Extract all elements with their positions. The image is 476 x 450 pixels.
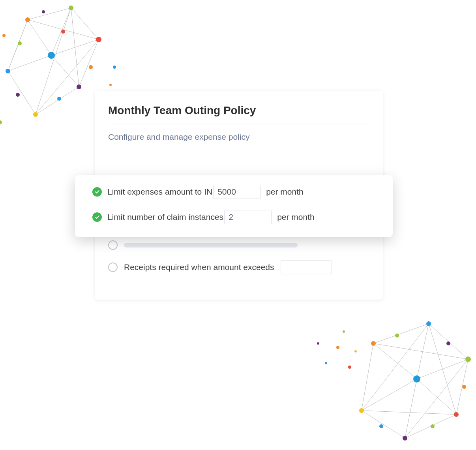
rule-limit-instances-prefix: Limit number of claim instances bbox=[107, 212, 223, 222]
svg-point-36 bbox=[354, 350, 357, 352]
svg-point-19 bbox=[371, 341, 376, 346]
svg-point-22 bbox=[454, 412, 459, 417]
check-icon bbox=[92, 187, 102, 197]
svg-point-7 bbox=[18, 41, 22, 45]
policy-rules-overlay: Limit expenses amount to IN per month Li… bbox=[75, 175, 393, 237]
rule-limit-instances: Limit number of claim instances per mont… bbox=[92, 210, 375, 224]
svg-point-8 bbox=[61, 30, 65, 34]
limit-instances-input[interactable] bbox=[224, 210, 272, 224]
policy-subtitle: Configure and manage expense policy bbox=[108, 132, 369, 142]
svg-point-1 bbox=[25, 17, 30, 22]
rule-limit-amount-prefix: Limit expenses amount to IN bbox=[107, 187, 212, 197]
svg-point-11 bbox=[57, 97, 61, 101]
svg-point-13 bbox=[42, 10, 45, 13]
svg-point-0 bbox=[6, 69, 10, 73]
svg-point-6 bbox=[48, 52, 55, 59]
policy-option-receipts[interactable]: Receipts required when amount exceeds bbox=[108, 260, 369, 274]
svg-point-30 bbox=[431, 424, 435, 428]
policy-option-placeholder-2[interactable] bbox=[108, 240, 369, 250]
rule-limit-amount-suffix: per month bbox=[266, 187, 304, 197]
svg-point-24 bbox=[359, 408, 364, 413]
svg-point-4 bbox=[77, 84, 81, 89]
network-decoration-bottom-right bbox=[294, 296, 476, 450]
check-icon bbox=[92, 212, 102, 222]
svg-point-21 bbox=[465, 356, 471, 362]
svg-point-20 bbox=[426, 321, 431, 326]
policy-title: Monthly Team Outing Policy bbox=[108, 104, 369, 117]
rule-limit-instances-suffix: per month bbox=[277, 212, 315, 222]
svg-point-12 bbox=[2, 34, 6, 37]
svg-point-34 bbox=[343, 330, 345, 333]
svg-point-15 bbox=[113, 66, 116, 69]
svg-point-10 bbox=[16, 93, 20, 97]
svg-point-25 bbox=[413, 375, 420, 382]
svg-point-32 bbox=[336, 346, 339, 349]
receipts-amount-input[interactable] bbox=[281, 260, 332, 274]
svg-point-26 bbox=[395, 334, 399, 338]
rule-limit-amount: Limit expenses amount to IN per month bbox=[92, 185, 375, 199]
radio-icon bbox=[108, 262, 118, 272]
svg-point-23 bbox=[403, 436, 407, 441]
svg-point-3 bbox=[96, 37, 101, 42]
svg-point-29 bbox=[379, 424, 383, 428]
radio-icon bbox=[108, 240, 118, 250]
divider bbox=[108, 124, 369, 124]
svg-point-5 bbox=[33, 112, 38, 117]
placeholder-text bbox=[124, 243, 298, 248]
svg-point-31 bbox=[348, 366, 351, 369]
receipts-label: Receipts required when amount exceeds bbox=[124, 262, 274, 272]
limit-amount-input[interactable] bbox=[213, 185, 260, 199]
svg-point-16 bbox=[109, 84, 112, 86]
svg-point-33 bbox=[325, 362, 327, 364]
svg-point-27 bbox=[446, 341, 450, 345]
svg-point-28 bbox=[462, 385, 466, 389]
svg-point-2 bbox=[69, 6, 73, 10]
svg-point-14 bbox=[0, 120, 2, 124]
svg-point-9 bbox=[89, 65, 93, 69]
svg-point-35 bbox=[317, 342, 319, 345]
